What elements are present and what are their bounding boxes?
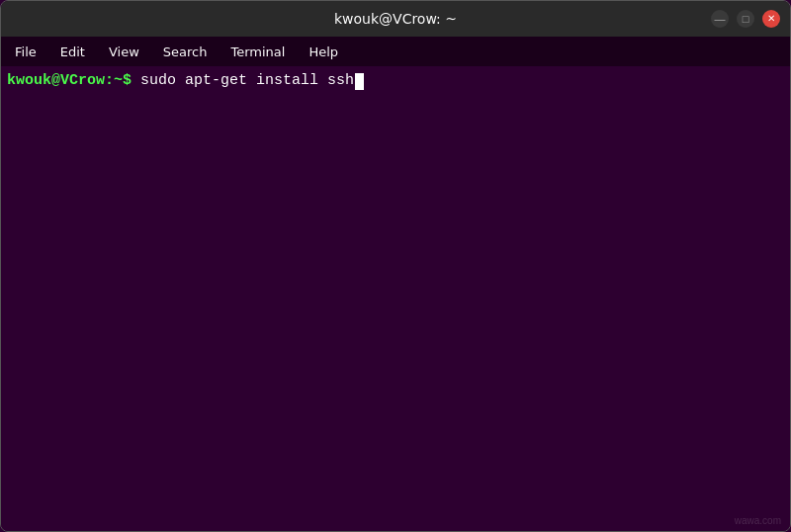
terminal-prompt: kwouk@VCrow:~$ <box>7 70 132 93</box>
terminal-cursor <box>355 73 364 90</box>
terminal-body[interactable]: kwouk@VCrow:~$ sudo apt-get install ssh <box>1 66 790 531</box>
menu-view[interactable]: View <box>99 41 149 63</box>
menu-edit[interactable]: Edit <box>50 41 95 63</box>
menu-search[interactable]: Search <box>153 41 218 63</box>
maximize-button[interactable] <box>737 10 754 28</box>
watermark: wawa.com <box>735 515 781 526</box>
window-title: kwouk@VCrow: ~ <box>334 11 457 27</box>
minimize-button[interactable] <box>711 10 729 28</box>
terminal-line: kwouk@VCrow:~$ sudo apt-get install ssh <box>7 70 784 93</box>
close-button[interactable] <box>762 10 780 28</box>
title-bar: kwouk@VCrow: ~ <box>1 1 790 37</box>
menu-bar: File Edit View Search Terminal Help <box>1 37 790 66</box>
terminal-window: kwouk@VCrow: ~ File Edit View Search Ter… <box>0 0 791 532</box>
window-controls <box>711 10 780 28</box>
menu-help[interactable]: Help <box>299 41 348 63</box>
terminal-command: sudo apt-get install ssh <box>132 70 354 93</box>
menu-terminal[interactable]: Terminal <box>220 41 295 63</box>
menu-file[interactable]: File <box>5 41 46 63</box>
